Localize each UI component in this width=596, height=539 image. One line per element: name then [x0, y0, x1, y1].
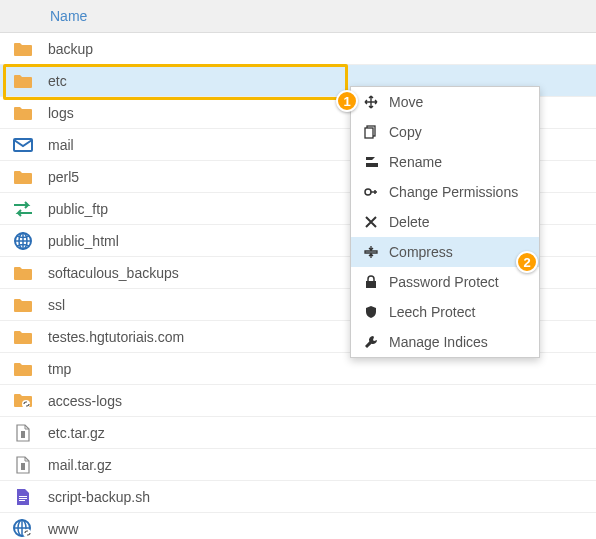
globelink-icon [12, 519, 34, 539]
column-header-name: Name [50, 8, 87, 24]
folder-icon [12, 263, 34, 283]
menu-item-copy[interactable]: Copy [351, 117, 539, 147]
menu-item-delete[interactable]: Delete [351, 207, 539, 237]
folder-icon [12, 39, 34, 59]
menu-item-label: Leech Protect [389, 304, 475, 320]
menu-item-key[interactable]: Change Permissions [351, 177, 539, 207]
menu-item-label: Compress [389, 244, 453, 260]
file-row[interactable]: www [0, 513, 596, 539]
svg-rect-12 [366, 281, 376, 288]
file-row[interactable]: mail.tar.gz [0, 449, 596, 481]
compress-icon [363, 244, 379, 260]
file-name: backup [48, 41, 93, 57]
folder-icon [12, 327, 34, 347]
file-name: mail.tar.gz [48, 457, 112, 473]
file-name: softaculous_backups [48, 265, 179, 281]
menu-item-label: Copy [389, 124, 422, 140]
menu-item-label: Password Protect [389, 274, 499, 290]
delete-icon [363, 214, 379, 230]
file-name: public_html [48, 233, 119, 249]
mail-icon [12, 135, 34, 155]
ftp-icon [12, 199, 34, 219]
svg-rect-10 [365, 128, 373, 138]
file-name: testes.hgtutoriais.com [48, 329, 184, 345]
shield-icon [363, 304, 379, 320]
file-name: script-backup.sh [48, 489, 150, 505]
file-name: access-logs [48, 393, 122, 409]
folder-icon [12, 71, 34, 91]
menu-item-move[interactable]: Move [351, 87, 539, 117]
rename-icon [363, 154, 379, 170]
globe-icon [12, 231, 34, 251]
copy-icon [363, 124, 379, 140]
archive-icon [12, 455, 34, 475]
menu-item-rename[interactable]: Rename [351, 147, 539, 177]
svg-rect-5 [21, 463, 25, 470]
file-name: ssl [48, 297, 65, 313]
file-row[interactable]: script-backup.sh [0, 481, 596, 513]
file-name: etc [48, 73, 67, 89]
context-menu: MoveCopyRenameChange PermissionsDeleteCo… [350, 86, 540, 358]
svg-point-11 [365, 189, 371, 195]
folder-icon [12, 295, 34, 315]
file-row[interactable]: etc.tar.gz [0, 417, 596, 449]
file-name: public_ftp [48, 201, 108, 217]
menu-item-label: Move [389, 94, 423, 110]
svg-rect-4 [21, 431, 25, 438]
file-name: www [48, 521, 78, 537]
menu-item-label: Manage Indices [389, 334, 488, 350]
wrench-icon [363, 334, 379, 350]
menu-item-wrench[interactable]: Manage Indices [351, 327, 539, 357]
folder-icon [12, 167, 34, 187]
key-icon [363, 184, 379, 200]
annotation-callout-2: 2 [516, 251, 538, 273]
file-row[interactable]: access-logs [0, 385, 596, 417]
menu-item-compress[interactable]: Compress [351, 237, 539, 267]
folderlink-icon [12, 391, 34, 411]
move-icon [363, 94, 379, 110]
folder-icon [12, 359, 34, 379]
menu-item-label: Change Permissions [389, 184, 518, 200]
file-name: mail [48, 137, 74, 153]
lock-icon [363, 274, 379, 290]
menu-item-shield[interactable]: Leech Protect [351, 297, 539, 327]
file-name: perl5 [48, 169, 79, 185]
archive-icon [12, 423, 34, 443]
file-name: logs [48, 105, 74, 121]
menu-item-label: Delete [389, 214, 429, 230]
annotation-callout-1: 1 [336, 90, 358, 112]
column-header[interactable]: Name [0, 0, 596, 33]
menu-item-label: Rename [389, 154, 442, 170]
folder-icon [12, 103, 34, 123]
menu-item-lock[interactable]: Password Protect [351, 267, 539, 297]
script-icon [12, 487, 34, 507]
file-row[interactable]: backup [0, 33, 596, 65]
file-name: etc.tar.gz [48, 425, 105, 441]
file-name: tmp [48, 361, 71, 377]
